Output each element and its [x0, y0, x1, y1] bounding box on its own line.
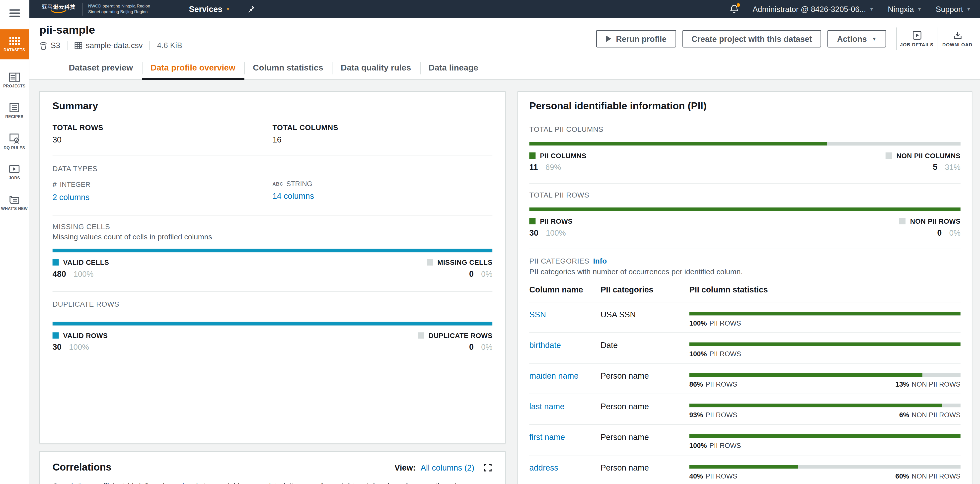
pii-category-value: Person name — [600, 463, 689, 480]
valid-cells-legend: VALID CELLS — [52, 259, 109, 266]
column-name-link[interactable]: maiden name — [529, 371, 600, 388]
topbar-divider — [82, 3, 83, 15]
pin-icon[interactable] — [247, 5, 255, 13]
account-menu[interactable]: Administrator @ 8426-3205-06... ▼ — [752, 5, 874, 13]
gray-legend-swatch — [886, 152, 892, 159]
column-name-link[interactable]: address — [529, 463, 600, 480]
sidebar-item-label: DQ RULES — [4, 145, 25, 150]
pii-row-bar-fill — [689, 465, 798, 468]
pii-table-body: SSN USA SSN 100%PII ROWS birthdate Date … — [529, 302, 961, 484]
pii-columns-values: 11 69% — [529, 162, 561, 172]
table-row: SSN USA SSN 100%PII ROWS — [529, 302, 961, 333]
chevron-down-icon: ▼ — [966, 6, 971, 12]
column-name-link[interactable]: last name — [529, 402, 600, 419]
sidebar-item-projects[interactable]: PROJECTS — [0, 65, 29, 95]
string-type-icon: ABC — [272, 181, 283, 187]
sidebar-item-recipes[interactable]: RECIPES — [0, 96, 29, 125]
divider — [52, 291, 493, 292]
pii-categories-info-link[interactable]: Info — [593, 257, 607, 265]
column-name-link[interactable]: SSN — [529, 310, 600, 327]
support-menu[interactable]: Support ▼ — [935, 5, 971, 13]
sidebar-item-dq-rules[interactable]: DQ RULES — [0, 126, 29, 156]
sidebar-item-datasets[interactable]: DATASETS — [0, 29, 29, 59]
sidebar-item-label: RECIPES — [5, 114, 24, 119]
cyan-legend-swatch — [52, 259, 59, 265]
tab-data-lineage[interactable]: Data lineage — [420, 56, 487, 79]
total-pii-rows-bar — [529, 208, 961, 211]
gray-legend-swatch — [899, 218, 906, 224]
pii-rows-legend: PII ROWS — [529, 217, 573, 225]
play-icon — [605, 36, 611, 42]
sidebar-item-label: PROJECTS — [3, 83, 25, 88]
column-name-link[interactable]: first name — [529, 432, 600, 449]
valid-cells-bar-fill — [52, 249, 493, 252]
total-columns-label: TOTAL COLUMNS — [272, 123, 492, 132]
pii-table-header: Column name PII categories PII column st… — [529, 285, 961, 302]
pii-columns-bar-fill — [529, 142, 827, 146]
gray-legend-swatch — [427, 259, 433, 265]
pii-category-value: Person name — [600, 402, 689, 419]
create-project-button[interactable]: Create project with this dataset — [682, 30, 821, 47]
expand-icon[interactable] — [483, 463, 493, 472]
sidebar-item-whats-new[interactable]: WHAT'S NEW — [0, 187, 29, 217]
pii-categories-table: Column name PII categories PII column st… — [529, 285, 961, 484]
tab-column-statistics[interactable]: Column statistics — [244, 56, 332, 79]
total-rows-value: 30 — [52, 135, 273, 144]
region-operator-note: NWCD operating Ningxia Region Sinnet ope… — [88, 4, 150, 14]
summary-title: Summary — [52, 101, 493, 112]
recipes-icon — [9, 103, 20, 112]
correlations-title: Correlations — [52, 462, 111, 473]
actions-button[interactable]: Actions ▼ — [828, 30, 886, 47]
integer-type-icon: # — [52, 180, 57, 189]
sidebar-item-label: DATASETS — [3, 48, 25, 52]
pii-rows-bar-fill — [529, 208, 961, 211]
sidebar-item-label: WHAT'S NEW — [1, 206, 28, 210]
non-pii-columns-values: 5 31% — [933, 162, 961, 172]
correlations-card: Correlations View: All columns (2) Corre… — [39, 451, 506, 484]
tab-data-profile-overview[interactable]: Data profile overview — [142, 56, 244, 79]
tab-bar: Dataset preview Data profile overview Co… — [60, 56, 487, 79]
missing-cells-label: MISSING CELLS — [52, 223, 493, 230]
chevron-down-icon: ▼ — [226, 6, 231, 12]
pii-rows-pct: 100%PII ROWS — [689, 350, 741, 357]
pii-card: Personal identifiable information (PII) … — [517, 91, 972, 484]
rerun-profile-button[interactable]: Rerun profile — [596, 30, 676, 47]
services-menu[interactable]: Services ▼ — [189, 5, 231, 14]
actions-divider — [937, 27, 937, 50]
total-pii-rows-label: TOTAL PII ROWS — [529, 191, 961, 198]
integer-columns-link[interactable]: 2 columns — [52, 192, 90, 202]
divider — [52, 215, 493, 216]
notifications-bell-icon[interactable] — [730, 5, 739, 14]
job-details-button[interactable]: JOB DETAILS — [900, 30, 933, 47]
string-columns-link[interactable]: 14 columns — [272, 191, 314, 200]
green-legend-swatch — [529, 152, 536, 159]
pii-column-statistics: 100%PII ROWS — [689, 310, 960, 327]
region-menu[interactable]: Ningxia ▼ — [888, 5, 922, 13]
non-pii-rows-pct: 6%NON PII ROWS — [899, 411, 961, 419]
pii-rows-pct: 86%PII ROWS — [689, 380, 737, 388]
projects-icon — [9, 72, 20, 82]
sidebar-item-jobs[interactable]: JOBS — [0, 157, 29, 187]
download-icon — [953, 30, 962, 40]
column-name-link[interactable]: birthdate — [529, 341, 600, 357]
dataset-meta: S3 sample-data.csv 4.6 KiB — [39, 41, 182, 50]
pii-rows-pct: 93%PII ROWS — [689, 411, 737, 419]
table-row: maiden name Person name 86%PII ROWS 13%N… — [529, 364, 961, 394]
non-pii-rows-values: 0 0% — [937, 228, 961, 237]
total-pii-columns-bar — [529, 142, 961, 146]
duplicate-rows-bar — [52, 322, 493, 325]
tab-data-quality-rules[interactable]: Data quality rules — [332, 56, 420, 79]
missing-cells-values: 0 0% — [469, 269, 493, 279]
pii-row-bar — [689, 465, 960, 468]
pii-categories-label: PII CATEGORIES — [529, 257, 589, 265]
all-columns-link[interactable]: All columns (2) — [421, 463, 474, 472]
pii-column-statistics: 86%PII ROWS 13%NON PII ROWS — [689, 371, 960, 388]
pii-category-value: Person name — [600, 432, 689, 449]
pii-row-bar — [689, 342, 960, 346]
aws-china-logo[interactable]: 亚马逊云科技 — [42, 5, 75, 13]
pii-row-bar-fill — [689, 342, 960, 346]
download-button[interactable]: DOWNLOAD — [941, 30, 974, 47]
tab-dataset-preview[interactable]: Dataset preview — [60, 56, 142, 79]
menu-icon[interactable] — [10, 10, 20, 18]
page-header: pii-sample S3 sample-data.csv 4.6 KiB — [29, 18, 980, 80]
